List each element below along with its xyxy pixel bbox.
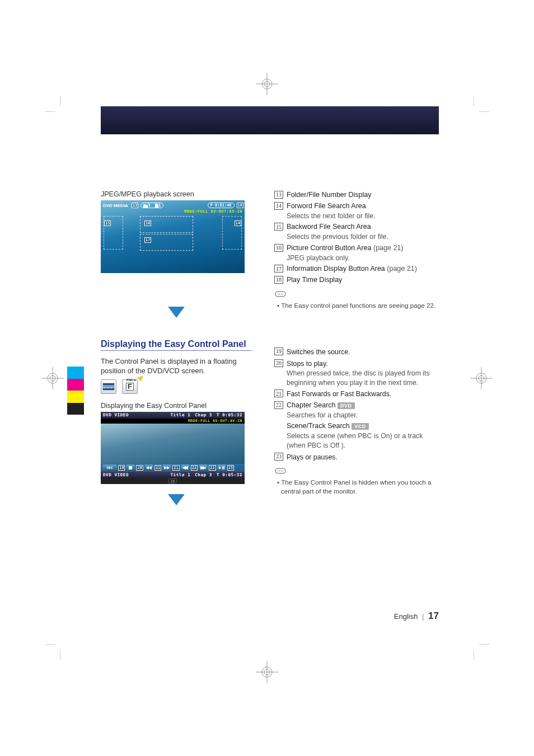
- item-description: Searches for a chapter.: [287, 411, 439, 420]
- list-item: 20 Stops to play. When pressed twice, th…: [274, 359, 439, 388]
- svg-rect-27: [129, 466, 132, 469]
- prev-chapter-button[interactable]: [181, 464, 190, 471]
- next-chapter-button[interactable]: [199, 464, 208, 471]
- folder-file-display: 3 1: [140, 203, 163, 208]
- registration-mark: [256, 73, 278, 95]
- item-title: Backword File Search Area: [287, 223, 371, 231]
- callout-number: 15: [274, 223, 283, 231]
- item-description: Selects the previous folder or file.: [287, 232, 439, 242]
- screen-mode-line: MODE:FULL AV-OUT:AV-IN: [101, 419, 245, 424]
- svg-point-32: [279, 471, 280, 471]
- next-track-icon: [200, 466, 206, 469]
- stop-icon: [129, 466, 132, 469]
- crop-mark: [474, 96, 489, 112]
- item-title: Folder/File Number Display: [287, 191, 371, 199]
- rewind-icon: [146, 466, 152, 469]
- page-footer: English | 17: [394, 611, 439, 622]
- callout-number: 22: [274, 401, 283, 409]
- svg-rect-29: [223, 466, 224, 469]
- crop-mark: [474, 644, 489, 660]
- file-number: 1: [158, 203, 161, 208]
- easy-control-panel-screen: DVD VIDEO Title 1 Chap 3 T 0:05:32 MODE:…: [101, 412, 245, 484]
- folder-number: 3: [148, 203, 150, 208]
- crop-mark: [45, 96, 60, 112]
- thumbnail-icon: [102, 383, 115, 391]
- rewind-button[interactable]: [144, 464, 153, 471]
- note-icon: [274, 467, 287, 475]
- easy-control-panel-bar: SRC 19 20 21 21 22 22 23: [101, 464, 245, 472]
- page-content: JPEG/MPEG playback screen DVD MEDIA 13 3…: [67, 106, 439, 622]
- chapter-header-bar: [101, 106, 439, 134]
- item-description: Plays or pauses.: [287, 453, 439, 462]
- screen-thumbnail-button: [101, 379, 116, 394]
- callout-description-list: 13 Folder/File Number Display 14 Forword…: [274, 190, 439, 285]
- list-item: 21 Fast Forwards or Fast Backwards.: [274, 389, 439, 399]
- area-outline: [140, 216, 193, 233]
- list-item: 19 Switches the source.: [274, 347, 439, 357]
- play-pause-button[interactable]: [217, 464, 226, 471]
- area-outline: [222, 216, 242, 250]
- fnc-button: FNC ▸ F: [122, 379, 138, 394]
- callout-22: 22: [191, 465, 198, 471]
- play-time-display: P 0:01:48: [208, 203, 235, 208]
- page-number: 17: [428, 611, 439, 621]
- src-button[interactable]: SRC: [102, 464, 117, 471]
- callout-19: 19: [118, 465, 125, 471]
- folder-icon: [143, 204, 148, 208]
- list-item: 16 Picture Control Button Area (page 21)…: [274, 243, 439, 262]
- callout-21: 21: [172, 465, 179, 471]
- fast-forward-button[interactable]: [162, 464, 171, 471]
- screenshot-caption: JPEG/MPEG playback screen: [101, 190, 252, 198]
- callout-number: 14: [274, 202, 283, 210]
- area-outline: [104, 216, 123, 250]
- svg-point-17: [278, 294, 278, 294]
- callout-number: 16: [274, 244, 283, 252]
- screen-title-label: Title 1: [170, 472, 190, 477]
- item-title: Play Time Display: [287, 276, 342, 284]
- callout-description-list: 19 Switches the source. 20 Stops to play…: [274, 347, 439, 462]
- item-title: Picture Control Button Area: [287, 244, 371, 252]
- screen-chapter-label: Chap 3: [195, 412, 212, 417]
- color-proof-bar: [67, 367, 98, 415]
- item-description: Stops to play.: [287, 359, 439, 369]
- list-item: 17 Information Display Button Area (page…: [274, 264, 439, 274]
- continue-arrow-icon: [168, 307, 185, 318]
- registration-mark: [256, 661, 278, 683]
- list-item: 13 Folder/File Number Display: [274, 190, 439, 200]
- screen-title-label: Title 1: [170, 412, 190, 417]
- note-text: The Easy Control Panel is hidden when yo…: [274, 478, 439, 496]
- item-description: Switches the source.: [287, 348, 439, 357]
- svg-rect-22: [103, 383, 114, 385]
- prev-track-icon: [182, 466, 188, 469]
- forward-icon: [164, 466, 170, 469]
- screen-source-label: DVD VIDEO: [103, 472, 129, 477]
- screen-source-label: DVD MEDIA: [102, 203, 129, 208]
- svg-rect-30: [275, 468, 285, 473]
- dvd-badge: DVD: [338, 402, 355, 409]
- footer-language: English: [394, 612, 418, 621]
- svg-point-19: [281, 294, 282, 294]
- stop-button[interactable]: [126, 464, 135, 471]
- note-list: The Easy control panel functions are see…: [274, 301, 439, 310]
- svg-point-34: [283, 471, 283, 471]
- screen-time-label: T 0:05:32: [217, 472, 242, 477]
- callout-23: 23: [227, 465, 234, 471]
- page-reference: (page 21): [373, 244, 404, 252]
- section-intro-text: The Control Panel is displayed in a floa…: [101, 356, 252, 376]
- item-description: Selects the next folder or file.: [287, 212, 439, 221]
- callout-number: 17: [274, 265, 283, 273]
- list-item: 14 Forword File Search Area Selects the …: [274, 201, 439, 220]
- callout-number: 21: [274, 389, 283, 397]
- callout-20: 20: [136, 465, 143, 471]
- fnc-label: F: [126, 383, 134, 391]
- note-text: The Easy control panel functions are see…: [274, 301, 439, 310]
- crop-mark: [45, 644, 60, 660]
- svg-point-33: [281, 471, 282, 471]
- item-title: Scene/Track Search: [287, 422, 350, 430]
- svg-rect-28: [222, 466, 223, 469]
- list-item: 22 Chapter Search DVD Searches for a cha…: [274, 401, 439, 450]
- callout-13: 13: [132, 203, 138, 208]
- callout-21: 21: [154, 465, 161, 471]
- svg-point-31: [278, 471, 278, 471]
- list-item: 15 Backword File Search Area Selects the…: [274, 222, 439, 241]
